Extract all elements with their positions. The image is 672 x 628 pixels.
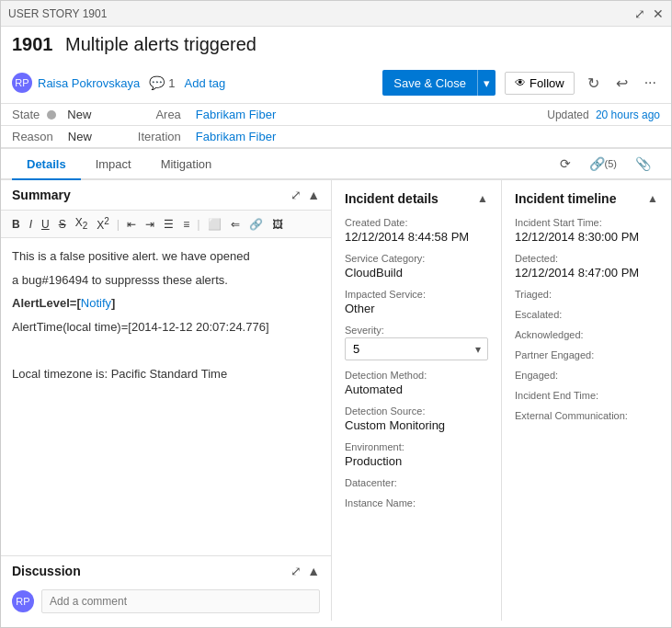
notify-link[interactable]: Notify: [81, 296, 111, 310]
save-close-label[interactable]: Save & Close: [382, 70, 477, 96]
content-line-3: AlertLevel=[Notify]: [12, 294, 320, 313]
toolbar: RP Raisa Pokrovskaya 💬 1 Add tag Save & …: [1, 66, 671, 104]
indent-increase-button[interactable]: ⇥: [142, 216, 158, 233]
datacenter-field: Datacenter:: [345, 477, 488, 488]
expand-icon[interactable]: ⤢: [634, 6, 645, 21]
superscript-button[interactable]: X2: [93, 214, 113, 234]
comment-count: 1: [168, 76, 175, 90]
incident-end-time-field: Incident End Time:: [515, 390, 658, 401]
save-close-button[interactable]: Save & Close ▾: [382, 70, 495, 96]
left-panel: Summary ⤢ ▲ B I U S X2 X2 | ⇤ ⇥ ☰ ≡ | ⬜ …: [1, 180, 332, 621]
attachment-icon[interactable]: 📎: [626, 149, 660, 178]
comment-button[interactable]: 💬 1: [149, 75, 175, 90]
summary-collapse-button[interactable]: ▲: [307, 188, 320, 202]
severity-select-wrapper: 1 2 3 4 5: [345, 337, 488, 360]
detection-method-field: Detection Method: Automated: [345, 370, 488, 396]
more-button[interactable]: ···: [641, 71, 660, 95]
service-category-value: CloudBuild: [345, 266, 488, 280]
tab-impact[interactable]: Impact: [81, 150, 146, 180]
updated-time: 20 hours ago: [596, 108, 660, 121]
content-line-2: a bug#196494 to suppresss these alerts.: [12, 271, 320, 290]
editor-content[interactable]: This is a false positive alert. we have …: [1, 238, 331, 555]
ordered-list-button[interactable]: ☰: [160, 216, 177, 233]
main-header: 1901 Multiple alerts triggered: [1, 27, 671, 66]
detected-field: Detected: 12/12/2014 8:47:00 PM: [515, 253, 658, 280]
created-date-value: 12/12/2014 8:44:58 PM: [345, 230, 488, 244]
page-title: 1901 Multiple alerts triggered: [12, 34, 660, 55]
acknowledged-field: Acknowledged:: [515, 329, 658, 340]
severity-field: Severity: 1 2 3 4 5: [345, 325, 488, 360]
unordered-list-button[interactable]: ≡: [179, 216, 193, 233]
subscript-button[interactable]: X2: [72, 214, 92, 233]
indent-decrease-button[interactable]: ⇤: [123, 216, 140, 233]
summary-title: Summary: [12, 188, 71, 202]
service-category-field: Service Category: CloudBuild: [345, 253, 488, 280]
created-date-field: Created Date: 12/12/2014 8:44:58 PM: [345, 217, 488, 244]
engaged-field: Engaged:: [515, 370, 658, 381]
incident-details-title: Incident details: [345, 191, 439, 206]
link-button[interactable]: 🔗: [245, 216, 267, 233]
state-field: State New: [12, 108, 91, 121]
state-dot: [47, 110, 56, 120]
impacted-service-value: Other: [345, 302, 488, 315]
tab-details[interactable]: Details: [12, 150, 81, 180]
undo-button[interactable]: ↩: [612, 71, 632, 96]
save-close-dropdown-icon[interactable]: ▾: [477, 70, 495, 96]
discussion-header: Discussion ⤢ ▲: [1, 556, 331, 586]
italic-button[interactable]: I: [26, 216, 36, 233]
add-tag-button[interactable]: Add tag: [185, 76, 226, 90]
discussion-avatar: RP: [12, 590, 34, 612]
outdent-button[interactable]: ⇐: [227, 216, 244, 233]
link-icon[interactable]: 🔗(5): [580, 149, 626, 178]
strikethrough-button[interactable]: S: [55, 216, 70, 233]
discussion-expand-button[interactable]: ⤢: [290, 564, 302, 578]
reason-value: New: [68, 130, 92, 143]
updated-text: Updated 20 hours ago: [547, 108, 660, 121]
content-line-6: Local timezone is: Pacific Standard Time: [12, 365, 320, 383]
content-line-5: [12, 341, 320, 360]
underline-button[interactable]: U: [38, 216, 53, 233]
external-comm-field: External Communication:: [515, 410, 658, 421]
iteration-value[interactable]: Fabrikam Fiber: [196, 130, 276, 143]
iteration-field: Iteration Fabrikam Fiber: [138, 130, 276, 143]
summary-expand-button[interactable]: ⤢: [290, 188, 302, 202]
link-badge: (5): [605, 158, 617, 169]
follow-icon: 👁: [515, 76, 526, 89]
bold-button[interactable]: B: [8, 216, 24, 233]
avatar: RP: [12, 73, 32, 93]
incident-details: Incident details ▲ Created Date: 12/12/2…: [332, 180, 502, 621]
detection-method-value: Automated: [345, 383, 488, 396]
right-panel: Incident details ▲ Created Date: 12/12/2…: [332, 180, 671, 621]
reason-field: Reason New: [12, 130, 92, 143]
incident-timeline-chevron[interactable]: ▲: [647, 192, 658, 205]
refresh-button[interactable]: ↻: [584, 71, 603, 96]
incident-timeline-header: Incident timeline ▲: [515, 191, 658, 206]
close-icon[interactable]: ✕: [653, 6, 664, 21]
incident-details-chevron[interactable]: ▲: [477, 192, 488, 205]
detection-source-value: Custom Monitoring: [345, 418, 488, 432]
meta-section: State New Area Fabrikam Fiber Updated 20…: [1, 104, 671, 149]
follow-button[interactable]: 👁 Follow: [505, 72, 575, 95]
severity-select[interactable]: 1 2 3 4 5: [345, 337, 488, 360]
environment-value: Production: [345, 454, 488, 468]
triaged-field: Triaged:: [515, 289, 658, 300]
discussion-input-area: RP: [1, 586, 331, 621]
area-value[interactable]: Fabrikam Fiber: [196, 108, 276, 121]
comment-input[interactable]: [41, 589, 320, 613]
summary-icons: ⤢ ▲: [290, 188, 320, 202]
detection-source-field: Detection Source: Custom Monitoring: [345, 405, 488, 432]
image-button[interactable]: 🖼: [268, 216, 287, 233]
content-line-1: This is a false positive alert. we have …: [12, 247, 320, 266]
align-left-button[interactable]: ⬜: [204, 216, 225, 233]
discussion-collapse-button[interactable]: ▲: [307, 564, 320, 578]
tab-mitigation[interactable]: Mitigation: [146, 150, 227, 180]
impacted-service-field: Impacted Service: Other: [345, 289, 488, 315]
content-line-4: AlertTime(local time)=[2014-12-12 20:07:…: [12, 318, 320, 337]
discussion-section: Discussion ⤢ ▲ RP: [1, 555, 331, 621]
environment-field: Environment: Production: [345, 441, 488, 468]
history-icon[interactable]: ⟳: [551, 149, 580, 178]
area-field: Area Fabrikam Fiber: [155, 108, 276, 121]
content-area: Summary ⤢ ▲ B I U S X2 X2 | ⇤ ⇥ ☰ ≡ | ⬜ …: [1, 180, 671, 621]
right-two-col: Incident details ▲ Created Date: 12/12/2…: [332, 180, 671, 621]
assigned-to-area[interactable]: RP Raisa Pokrovskaya: [12, 73, 140, 93]
